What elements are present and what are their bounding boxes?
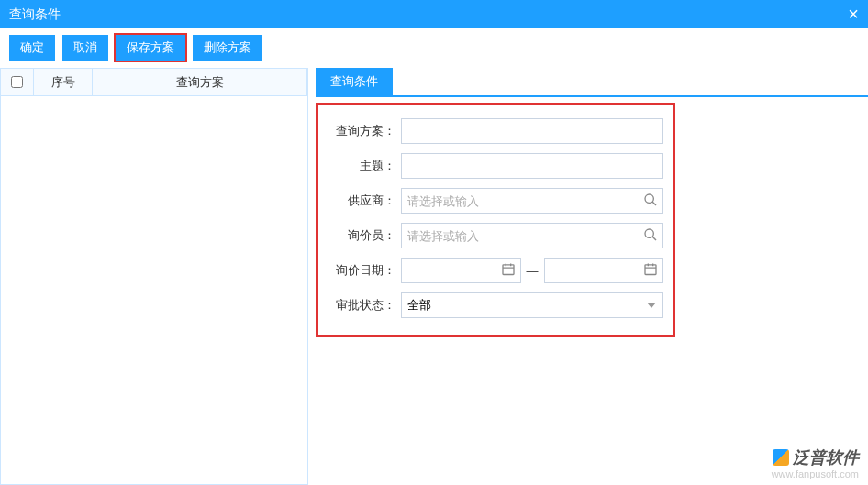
- calendar-icon: [643, 262, 658, 280]
- subject-label: 主题：: [328, 158, 401, 174]
- status-select[interactable]: [401, 292, 663, 318]
- vendor-label: 供应商：: [328, 193, 401, 209]
- plan-input[interactable]: [401, 118, 663, 144]
- save-plan-button[interactable]: 保存方案: [116, 35, 185, 61]
- toolbar: 确定 取消 保存方案 删除方案: [0, 28, 868, 68]
- brand-url: www.fanpusoft.com: [772, 468, 859, 479]
- table-header: 序号 查询方案: [1, 69, 307, 96]
- header-checkbox-cell: [1, 69, 34, 96]
- inquirer-label: 询价员：: [328, 227, 401, 244]
- subject-input[interactable]: [401, 153, 663, 179]
- chevron-down-icon: [647, 303, 656, 308]
- close-icon[interactable]: ×: [848, 0, 859, 28]
- calendar-icon: [501, 262, 516, 280]
- inquirer-input[interactable]: [401, 223, 663, 248]
- svg-rect-4: [503, 265, 514, 275]
- table-body: [1, 96, 307, 484]
- brand-name: 泛普软件: [793, 446, 859, 468]
- query-form: 查询方案： 主题： 供应商：: [316, 103, 675, 337]
- status-value[interactable]: [401, 292, 663, 318]
- cancel-button[interactable]: 取消: [62, 35, 108, 61]
- right-panel: 查询条件 查询方案： 主题： 供应商：: [308, 68, 868, 485]
- date-range-separator: —: [527, 264, 539, 278]
- status-label: 审批状态：: [328, 297, 401, 314]
- plan-table: 序号 查询方案: [0, 68, 308, 485]
- tab-query-conditions[interactable]: 查询条件: [316, 68, 393, 95]
- tab-strip: 查询条件: [316, 68, 868, 97]
- dialog-title: 查询条件: [9, 0, 61, 28]
- confirm-button[interactable]: 确定: [9, 35, 55, 61]
- select-all-checkbox[interactable]: [11, 76, 23, 88]
- plan-label: 查询方案：: [328, 123, 401, 139]
- svg-rect-8: [645, 265, 656, 275]
- date-label: 询价日期：: [328, 262, 401, 279]
- header-num: 序号: [34, 69, 93, 96]
- vendor-input[interactable]: [401, 188, 663, 214]
- footer-brand: 泛普软件 www.fanpusoft.com: [772, 446, 859, 479]
- delete-plan-button[interactable]: 删除方案: [193, 35, 262, 61]
- brand-logo-icon: [773, 449, 789, 466]
- dialog-title-bar: 查询条件 ×: [0, 0, 868, 28]
- header-plan: 查询方案: [93, 69, 307, 96]
